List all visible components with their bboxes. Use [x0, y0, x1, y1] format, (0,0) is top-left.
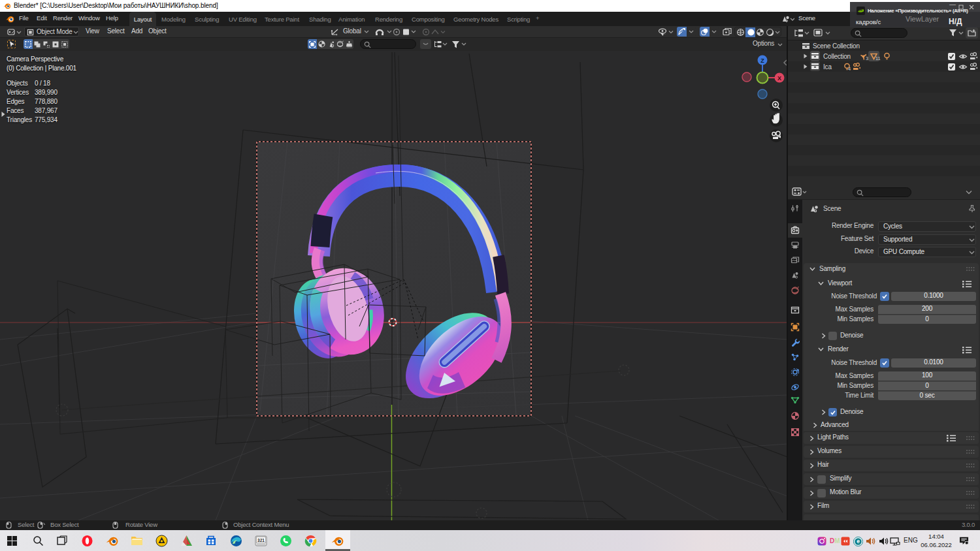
svg-text:e: e — [857, 538, 860, 544]
svg-text:X: X — [777, 75, 781, 82]
svg-text:Z: Z — [760, 57, 764, 64]
svg-text:321: 321 — [257, 538, 265, 543]
